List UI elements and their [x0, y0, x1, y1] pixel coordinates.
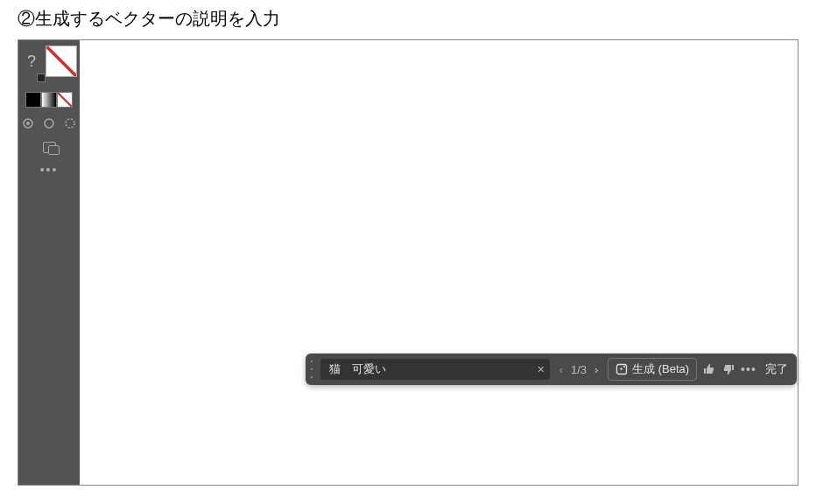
more-options-icon[interactable]: •••: [741, 362, 756, 376]
step-heading: ②生成するベクターの説明を入力: [0, 0, 816, 39]
app-frame: ? •••: [18, 39, 798, 486]
next-result-button[interactable]: ›: [590, 363, 602, 375]
help-icon[interactable]: ?: [21, 52, 42, 71]
draw-normal-icon[interactable]: [20, 116, 36, 131]
solid-color-swatch[interactable]: [25, 92, 41, 108]
draw-mode-row: [20, 116, 78, 131]
thumbs-down-icon[interactable]: [721, 362, 735, 376]
generate-button-label: 生成 (Beta): [632, 361, 689, 377]
prev-result-button[interactable]: ‹: [555, 363, 567, 375]
screen-mode-icon[interactable]: [41, 139, 57, 155]
clear-prompt-icon[interactable]: ×: [538, 362, 545, 376]
thumbs-up-icon[interactable]: [702, 362, 716, 376]
gradient-swatch[interactable]: [41, 92, 57, 108]
grip-handle[interactable]: [311, 360, 313, 378]
svg-point-2: [45, 119, 53, 128]
tool-sidebar: ? •••: [18, 40, 80, 485]
fill-stroke-swatch[interactable]: [46, 46, 77, 77]
generative-bar: 猫 可愛い × ‹ 1/3 › 生成 (Beta): [306, 354, 797, 385]
svg-point-1: [26, 122, 30, 125]
no-fill-swatch[interactable]: [57, 92, 73, 108]
prompt-input-wrap[interactable]: 猫 可愛い ×: [320, 359, 550, 380]
result-nav: ‹ 1/3 ›: [555, 363, 602, 376]
svg-point-5: [623, 366, 625, 368]
draw-inside-icon[interactable]: [62, 116, 78, 131]
fill-mode-row: [25, 92, 73, 108]
swap-colors-icon[interactable]: [37, 74, 46, 82]
generate-icon: [616, 363, 628, 375]
canvas-area[interactable]: 猫 可愛い × ‹ 1/3 › 生成 (Beta): [80, 40, 798, 485]
prompt-input[interactable]: 猫 可愛い: [329, 361, 531, 377]
draw-behind-icon[interactable]: [41, 116, 57, 131]
done-button[interactable]: 完了: [765, 361, 788, 377]
sidebar-more-icon[interactable]: •••: [40, 163, 59, 177]
generate-button[interactable]: 生成 (Beta): [608, 358, 697, 381]
tool-row-help: ?: [21, 44, 77, 79]
result-counter: 1/3: [571, 363, 587, 376]
svg-point-3: [66, 119, 74, 128]
